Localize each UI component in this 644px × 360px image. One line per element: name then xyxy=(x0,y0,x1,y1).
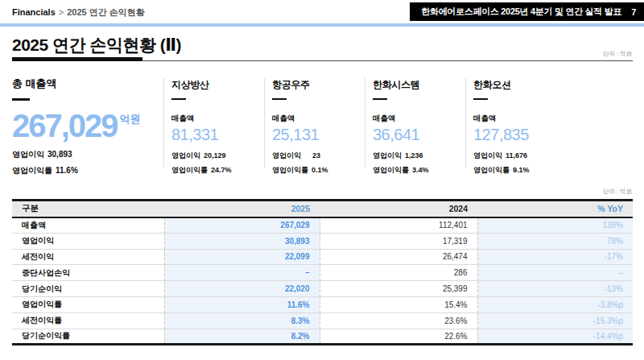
segment-op-row: 영업이익23 xyxy=(272,151,362,161)
segment-revenue-label: 매출액 xyxy=(272,114,362,124)
row-label: 영업이익률 xyxy=(12,296,164,312)
segment-op-label: 영업이익 xyxy=(171,151,200,159)
cell-yoy: -15.3%p xyxy=(477,312,633,329)
row-label: 세전이익 xyxy=(12,249,164,265)
segment-op-label: 영업이익 xyxy=(473,151,502,159)
segment-revenue-label: 매출액 xyxy=(171,114,262,124)
cell-yoy: 78% xyxy=(477,233,633,249)
breadcrumb[interactable]: Financials>2025 연간 손익현황 xyxy=(12,6,145,19)
cell-yoy: -3.8%p xyxy=(477,296,633,312)
segment-block-ground-defense: 지상방산 매출액 81,331 영업이익20,129 영업이익률24.7% xyxy=(171,78,262,176)
segment-margin-label: 영업이익률 xyxy=(473,166,510,174)
segment-divider xyxy=(264,78,265,168)
table-header-row: 구분 2025 2024 % YoY xyxy=(12,201,633,217)
row-label: 세전이익률 xyxy=(12,312,164,329)
cell-yoy: -17% xyxy=(477,249,633,265)
table-row: 세전이익률 8.3% 23.6% -15.3%p xyxy=(12,312,633,329)
income-statement-table: 구분 2025 2024 % YoY 매출액 267,029 112,401 1… xyxy=(12,199,633,346)
segment-revenue-label: 매출액 xyxy=(373,114,463,124)
segment-revenue-value: 81,331 xyxy=(171,126,262,143)
segment-margin-label: 영업이익률 xyxy=(272,166,308,174)
segment-margin-value: 0.1% xyxy=(312,166,328,174)
segment-block-hanwha-systems: 한화시스템 매출액 36,641 영업이익1,236 영업이익률3.4% xyxy=(373,78,463,176)
cell-2025: 8.3% xyxy=(164,312,320,329)
total-margin-value: 11.6% xyxy=(56,166,78,175)
total-op-value: 30,893 xyxy=(47,150,72,159)
segment-margin-row: 영업이익률24.7% xyxy=(171,165,262,176)
row-label: 당기순이익률 xyxy=(12,329,164,345)
cell-2024: 25,399 xyxy=(320,281,477,297)
total-revenue-title: 총 매출액 xyxy=(12,77,159,91)
column-header-2024: 2024 xyxy=(320,201,477,217)
unit-label-table: 단위 : 억원 xyxy=(603,188,632,196)
segment-revenue-label: 매출액 xyxy=(473,114,564,124)
total-op-row: 영업이익30,893 xyxy=(12,149,159,160)
segment-margin-label: 영업이익률 xyxy=(171,166,208,174)
segment-op-label: 영업이익 xyxy=(373,151,402,159)
cell-2024: 15.4% xyxy=(320,296,477,312)
segment-dash-rule xyxy=(373,98,387,100)
cell-2025: 267,029 xyxy=(164,217,320,234)
column-header-category: 구분 xyxy=(12,201,164,217)
segment-dash-rule xyxy=(171,98,186,100)
cell-2024: 26,474 xyxy=(320,249,477,265)
cell-2024: 112,401 xyxy=(320,217,477,234)
cell-2025: 8.2% xyxy=(164,329,320,345)
segment-divider xyxy=(465,78,466,168)
breadcrumb-separator-icon: > xyxy=(59,7,64,17)
segment-margin-value: 24.7% xyxy=(211,166,232,174)
header-accent-bar xyxy=(0,23,644,27)
cell-2025: 11.6% xyxy=(164,296,320,312)
segment-op-value: 11,676 xyxy=(506,151,527,159)
segment-block-hanwha-ocean: 한화오션 매출액 127,835 영업이익11,676 영업이익률9.1% xyxy=(473,78,564,176)
table-row: 당기순이익률 8.2% 22.6% -14.4%p xyxy=(12,329,633,345)
page-title: 2025 연간 손익현황 (Ⅱ) xyxy=(12,34,181,56)
segment-op-value: 23 xyxy=(312,151,320,159)
table-row: 영업이익률 11.6% 15.4% -3.8%p xyxy=(12,296,633,312)
segment-op-label: 영업이익 xyxy=(272,151,301,159)
row-label: 당기순이익 xyxy=(12,281,164,297)
cell-2025: – xyxy=(164,265,320,281)
segment-op-row: 영업이익11,676 xyxy=(473,151,564,161)
breadcrumb-root[interactable]: Financials xyxy=(12,7,56,17)
cell-yoy: – xyxy=(477,265,633,281)
cell-2024: 22.6% xyxy=(320,329,477,345)
segment-divider xyxy=(365,78,365,168)
segment-revenue-value: 36,641 xyxy=(373,126,463,143)
cell-yoy: -14.4%p xyxy=(477,329,633,345)
segment-dash-rule xyxy=(272,98,287,100)
total-revenue-unit: 억원 xyxy=(120,112,141,126)
segment-op-value: 1,236 xyxy=(405,151,423,159)
row-label: 매출액 xyxy=(12,217,164,234)
table-row: 세전이익 22,099 26,474 -17% xyxy=(12,249,633,265)
segment-margin-row: 영업이익률3.4% xyxy=(373,165,463,176)
total-revenue-block: 총 매출액 267,029 억원 영업이익30,893 영업이익률11.6% xyxy=(12,77,159,176)
title-rule-thick xyxy=(12,57,142,61)
segment-margin-label: 영업이익률 xyxy=(373,166,409,174)
table-row: 중단사업손익 – 286 – xyxy=(12,265,633,281)
segment-op-row: 영업이익20,129 xyxy=(171,151,262,161)
total-op-label: 영업이익 xyxy=(12,150,44,159)
total-dash-rule xyxy=(12,98,30,101)
segment-divider xyxy=(163,78,164,168)
segment-revenue-value: 25,131 xyxy=(272,126,362,143)
segment-name: 한화시스템 xyxy=(373,78,463,92)
unit-label-top: 단위 : 억원 xyxy=(603,50,632,58)
deck-title-badge: 한화에어로스페이스 2025년 4분기 및 연간 실적 발표 7 xyxy=(410,2,644,21)
cell-2025: 22,099 xyxy=(164,249,320,265)
column-header-2025: 2025 xyxy=(164,201,320,217)
segment-op-row: 영업이익1,236 xyxy=(373,151,463,161)
segment-block-aerospace: 항공우주 매출액 25,131 영업이익23 영업이익률0.1% xyxy=(272,78,362,176)
column-header-yoy: % YoY xyxy=(477,201,633,217)
table-row: 매출액 267,029 112,401 138% xyxy=(12,217,633,234)
row-label: 영업이익 xyxy=(12,233,164,249)
segment-margin-value: 9.1% xyxy=(513,166,530,174)
segment-margin-row: 영업이익률0.1% xyxy=(272,165,362,176)
segment-dash-rule xyxy=(473,98,488,100)
segment-name: 항공우주 xyxy=(272,78,362,92)
row-label: 중단사업손익 xyxy=(12,265,164,281)
total-margin-label: 영업이익률 xyxy=(12,166,52,175)
cell-yoy: 138% xyxy=(477,217,633,234)
total-margin-row: 영업이익률11.6% xyxy=(12,165,159,176)
cell-2024: 286 xyxy=(320,265,477,281)
